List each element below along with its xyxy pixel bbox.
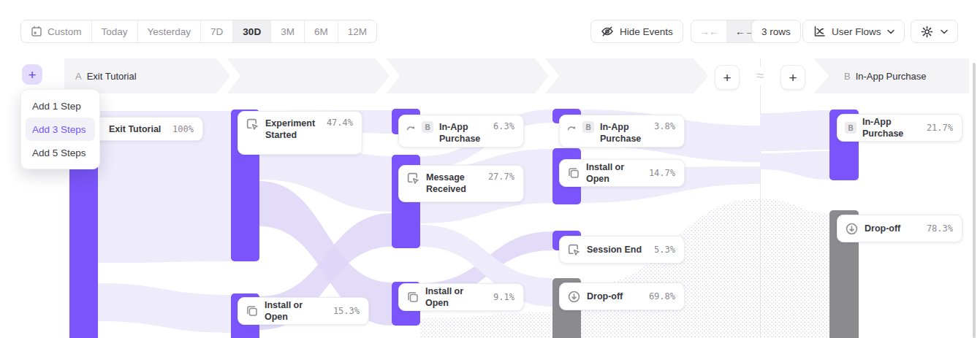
date-6m[interactable]: 6M — [305, 20, 338, 42]
custom-event-icon — [406, 172, 420, 185]
view-selector-button[interactable]: User Flows — [802, 20, 905, 43]
add-step-start-button[interactable]: + — [22, 64, 42, 85]
hide-events-label: Hide Events — [620, 26, 673, 37]
node-label: Message Received — [426, 172, 482, 195]
node-label: In-App Purchase — [439, 121, 487, 145]
node-dropoff-step4[interactable]: Drop-off 69.8% — [559, 283, 685, 310]
step-b-letter: B — [844, 71, 851, 82]
date-yesterday[interactable]: Yesterday — [138, 20, 202, 42]
node-label: Drop-off — [865, 223, 921, 234]
step-b-badge: B — [845, 122, 856, 134]
custom-event-icon — [567, 243, 581, 257]
node-percent: 100% — [172, 124, 194, 134]
node-label: In-App Purchase — [600, 121, 648, 145]
rows-button[interactable]: 3 rows — [751, 20, 801, 43]
node-percent: 27.7% — [488, 172, 514, 182]
step-b-badge: B — [422, 121, 433, 133]
user-flows-icon — [813, 25, 826, 38]
step-b-title: B In-App Purchase — [844, 58, 927, 93]
calendar-icon — [31, 26, 42, 37]
dropoff-icon — [567, 290, 581, 304]
chevron-down-icon — [887, 29, 894, 34]
date-today[interactable]: Today — [92, 20, 138, 42]
gear-icon — [921, 26, 933, 38]
node-install-open-step3[interactable]: Install or Open 9.1% — [398, 283, 524, 311]
eye-off-icon — [601, 25, 614, 38]
node-session-end[interactable]: Session End 5.3% — [559, 236, 685, 264]
hide-events-button[interactable]: Hide Events — [590, 20, 683, 43]
menu-add-5-steps[interactable]: Add 5 Steps — [26, 141, 95, 164]
add-steps-menu: Add 1 Step Add 3 Steps Add 5 Steps — [20, 89, 100, 169]
node-label: Install or Open — [425, 285, 487, 309]
node-install-open-step2[interactable]: Install or Open 15.3% — [238, 297, 369, 325]
menu-add-1-step[interactable]: Add 1 Step — [26, 94, 95, 118]
node-percent: 47.4% — [327, 118, 353, 128]
step-band-a[interactable] — [64, 55, 709, 96]
node-percent: 6.3% — [493, 121, 514, 131]
collapse-arrows-icon: →← — [699, 26, 718, 37]
node-dropoff-b[interactable]: Drop-off 78.3% — [837, 215, 962, 242]
node-message-received[interactable]: Message Received 27.7% — [398, 165, 524, 202]
node-label: Session End — [587, 244, 648, 256]
date-3m[interactable]: 3M — [271, 20, 305, 42]
date-7d[interactable]: 7D — [201, 20, 233, 42]
step-b-label: In-App Purchase — [856, 71, 927, 82]
node-percent: 15.3% — [333, 306, 360, 316]
node-percent: 21.7% — [927, 123, 953, 133]
skip-arrow-icon — [406, 123, 416, 132]
chevron-down-icon — [941, 29, 948, 34]
node-percent: 9.1% — [493, 292, 514, 302]
gap-approx-symbol: ≈ — [750, 66, 770, 85]
step-a-label: Exit Tutorial — [87, 71, 137, 82]
node-label: In-App Purchase — [862, 116, 921, 139]
skip-arrow-icon — [567, 123, 577, 132]
node-experiment-started[interactable]: Experiment Started 47.4% — [238, 111, 362, 155]
date-custom[interactable]: Custom — [21, 20, 92, 42]
node-percent: 78.3% — [927, 223, 953, 234]
menu-add-3-steps[interactable]: Add 3 Steps — [26, 118, 95, 141]
node-label: Drop-off — [587, 291, 643, 302]
node-label: Exit Tutorial — [109, 123, 167, 135]
add-step-end-button[interactable]: + — [715, 65, 740, 90]
install-icon — [406, 291, 419, 304]
node-exit-tutorial[interactable]: Exit Tutorial 100% — [88, 117, 203, 141]
date-30d[interactable]: 30D — [233, 20, 271, 42]
node-install-open-step4[interactable]: Install or Open 14.7% — [559, 159, 685, 187]
node-inapp-purchase-step3[interactable]: B In-App Purchase 6.3% — [398, 115, 524, 147]
node-label: Install or Open — [265, 299, 327, 323]
settings-button[interactable] — [911, 20, 958, 43]
node-percent: 69.8% — [649, 291, 675, 301]
add-step-before-b-button[interactable]: + — [780, 65, 805, 90]
node-label: Install or Open — [586, 161, 643, 185]
node-percent: 3.8% — [654, 121, 675, 131]
node-percent: 5.3% — [654, 245, 675, 255]
vertical-scrollbar[interactable] — [973, 63, 976, 338]
rows-label: 3 rows — [761, 26, 791, 37]
dropoff-icon — [845, 222, 859, 236]
step-a-letter: A — [75, 71, 82, 82]
node-inapp-purchase-b[interactable]: B In-App Purchase 21.7% — [837, 114, 962, 142]
date-12m[interactable]: 12M — [338, 20, 376, 42]
install-icon — [567, 166, 580, 180]
node-label: Experiment Started — [265, 118, 321, 141]
date-range-control: Custom Today Yesterday 7D 30D 3M 6M 12M — [20, 20, 377, 43]
step-b-badge: B — [582, 121, 594, 133]
date-custom-label: Custom — [48, 26, 82, 37]
custom-event-icon — [246, 118, 259, 131]
view-selector-label: User Flows — [832, 26, 881, 37]
install-icon — [246, 304, 259, 318]
step-a-title: A Exit Tutorial — [75, 58, 137, 93]
node-percent: 14.7% — [649, 168, 675, 178]
collapse-columns-button[interactable]: →← — [691, 20, 727, 42]
node-inapp-purchase-step4[interactable]: B In-App Purchase 3.8% — [559, 115, 685, 147]
